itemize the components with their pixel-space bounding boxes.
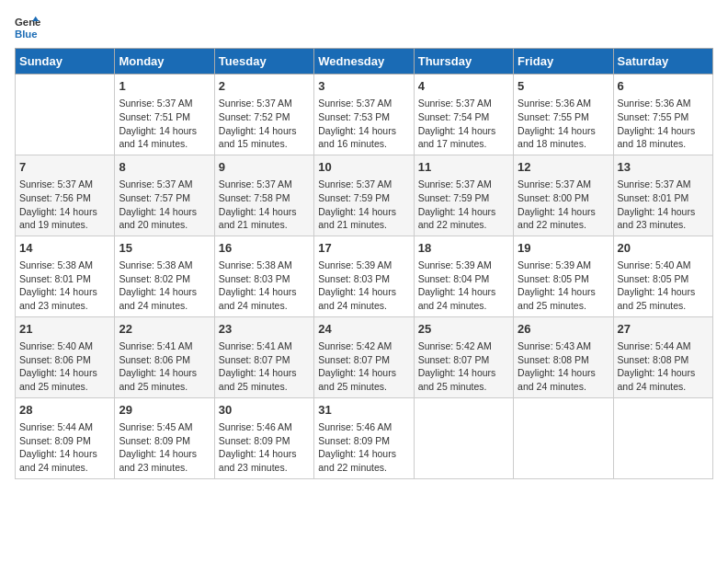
calendar-cell: 26Sunrise: 5:43 AM Sunset: 8:08 PM Dayli… <box>514 316 613 397</box>
day-number: 16 <box>219 240 310 257</box>
calendar-table: SundayMondayTuesdayWednesdayThursdayFrid… <box>15 48 713 479</box>
day-number: 30 <box>219 402 310 419</box>
day-number: 4 <box>418 78 509 95</box>
calendar-week-row: 14Sunrise: 5:38 AM Sunset: 8:01 PM Dayli… <box>16 236 713 316</box>
day-number: 9 <box>219 159 310 176</box>
day-number: 15 <box>119 240 210 257</box>
cell-content: Sunrise: 5:37 AM Sunset: 7:58 PM Dayligh… <box>219 178 310 232</box>
calendar-week-row: 21Sunrise: 5:40 AM Sunset: 8:06 PM Dayli… <box>16 316 713 397</box>
calendar-week-row: 1Sunrise: 5:37 AM Sunset: 7:51 PM Daylig… <box>16 75 713 155</box>
header: General Blue <box>15 15 713 40</box>
calendar-cell: 2Sunrise: 5:37 AM Sunset: 7:52 PM Daylig… <box>214 75 313 155</box>
calendar-cell: 21Sunrise: 5:40 AM Sunset: 8:06 PM Dayli… <box>16 316 115 397</box>
calendar-header-row: SundayMondayTuesdayWednesdayThursdayFrid… <box>16 49 713 75</box>
calendar-cell: 25Sunrise: 5:42 AM Sunset: 8:07 PM Dayli… <box>414 316 513 397</box>
calendar-cell <box>613 397 712 478</box>
calendar-cell: 12Sunrise: 5:37 AM Sunset: 8:00 PM Dayli… <box>514 155 613 236</box>
svg-text:Blue: Blue <box>15 29 38 40</box>
calendar-cell <box>514 397 613 478</box>
calendar-cell: 11Sunrise: 5:37 AM Sunset: 7:59 PM Dayli… <box>414 155 513 236</box>
cell-content: Sunrise: 5:37 AM Sunset: 8:01 PM Dayligh… <box>618 178 709 232</box>
cell-content: Sunrise: 5:40 AM Sunset: 8:05 PM Dayligh… <box>618 259 709 313</box>
cell-content: Sunrise: 5:37 AM Sunset: 7:59 PM Dayligh… <box>318 178 409 232</box>
day-header-tuesday: Tuesday <box>214 49 313 75</box>
calendar-cell: 16Sunrise: 5:38 AM Sunset: 8:03 PM Dayli… <box>214 236 313 316</box>
day-number: 8 <box>119 159 210 176</box>
day-number: 21 <box>19 321 110 338</box>
calendar-cell: 10Sunrise: 5:37 AM Sunset: 7:59 PM Dayli… <box>314 155 414 236</box>
calendar-cell: 27Sunrise: 5:44 AM Sunset: 8:08 PM Dayli… <box>613 316 712 397</box>
calendar-cell: 22Sunrise: 5:41 AM Sunset: 8:06 PM Dayli… <box>115 316 214 397</box>
day-number: 23 <box>219 321 310 338</box>
day-number: 22 <box>119 321 210 338</box>
cell-content: Sunrise: 5:44 AM Sunset: 8:08 PM Dayligh… <box>618 339 709 394</box>
calendar-cell: 28Sunrise: 5:44 AM Sunset: 8:09 PM Dayli… <box>16 397 115 478</box>
calendar-cell: 9Sunrise: 5:37 AM Sunset: 7:58 PM Daylig… <box>214 155 313 236</box>
cell-content: Sunrise: 5:39 AM Sunset: 8:03 PM Dayligh… <box>318 259 409 313</box>
day-number: 14 <box>19 240 110 257</box>
calendar-cell: 6Sunrise: 5:36 AM Sunset: 7:55 PM Daylig… <box>613 75 712 155</box>
calendar-cell: 17Sunrise: 5:39 AM Sunset: 8:03 PM Dayli… <box>314 236 414 316</box>
cell-content: Sunrise: 5:37 AM Sunset: 8:00 PM Dayligh… <box>518 178 609 232</box>
day-number: 26 <box>518 321 609 338</box>
logo-icon: General Blue <box>15 15 40 40</box>
day-number: 13 <box>618 159 709 176</box>
cell-content: Sunrise: 5:39 AM Sunset: 8:04 PM Dayligh… <box>418 259 509 313</box>
day-number: 19 <box>518 240 609 257</box>
day-number: 3 <box>318 78 409 95</box>
day-header-monday: Monday <box>115 49 214 75</box>
cell-content: Sunrise: 5:42 AM Sunset: 8:07 PM Dayligh… <box>418 339 509 394</box>
day-number: 6 <box>618 78 709 95</box>
cell-content: Sunrise: 5:44 AM Sunset: 8:09 PM Dayligh… <box>19 420 110 475</box>
cell-content: Sunrise: 5:41 AM Sunset: 8:07 PM Dayligh… <box>219 339 310 394</box>
calendar-cell: 20Sunrise: 5:40 AM Sunset: 8:05 PM Dayli… <box>613 236 712 316</box>
cell-content: Sunrise: 5:42 AM Sunset: 8:07 PM Dayligh… <box>318 339 409 394</box>
day-number: 1 <box>119 78 210 95</box>
calendar-cell: 13Sunrise: 5:37 AM Sunset: 8:01 PM Dayli… <box>613 155 712 236</box>
calendar-cell: 18Sunrise: 5:39 AM Sunset: 8:04 PM Dayli… <box>414 236 513 316</box>
day-number: 2 <box>219 78 310 95</box>
cell-content: Sunrise: 5:37 AM Sunset: 7:51 PM Dayligh… <box>119 97 210 151</box>
calendar-cell: 31Sunrise: 5:46 AM Sunset: 8:09 PM Dayli… <box>314 397 414 478</box>
day-number: 17 <box>318 240 409 257</box>
day-header-thursday: Thursday <box>414 49 513 75</box>
day-number: 12 <box>518 159 609 176</box>
calendar-cell <box>414 397 513 478</box>
cell-content: Sunrise: 5:37 AM Sunset: 7:56 PM Dayligh… <box>19 178 110 232</box>
calendar-body: 1Sunrise: 5:37 AM Sunset: 7:51 PM Daylig… <box>16 75 713 479</box>
calendar-cell: 19Sunrise: 5:39 AM Sunset: 8:05 PM Dayli… <box>514 236 613 316</box>
day-number: 7 <box>19 159 110 176</box>
calendar-cell: 24Sunrise: 5:42 AM Sunset: 8:07 PM Dayli… <box>314 316 414 397</box>
cell-content: Sunrise: 5:43 AM Sunset: 8:08 PM Dayligh… <box>518 339 609 394</box>
cell-content: Sunrise: 5:39 AM Sunset: 8:05 PM Dayligh… <box>518 259 609 313</box>
calendar-cell: 7Sunrise: 5:37 AM Sunset: 7:56 PM Daylig… <box>16 155 115 236</box>
cell-content: Sunrise: 5:36 AM Sunset: 7:55 PM Dayligh… <box>518 97 609 151</box>
calendar-week-row: 28Sunrise: 5:44 AM Sunset: 8:09 PM Dayli… <box>16 397 713 478</box>
calendar-cell: 8Sunrise: 5:37 AM Sunset: 7:57 PM Daylig… <box>115 155 214 236</box>
day-header-saturday: Saturday <box>613 49 712 75</box>
day-number: 28 <box>19 402 110 419</box>
cell-content: Sunrise: 5:38 AM Sunset: 8:03 PM Dayligh… <box>219 259 310 313</box>
day-header-friday: Friday <box>514 49 613 75</box>
day-number: 5 <box>518 78 609 95</box>
day-number: 27 <box>618 321 709 338</box>
cell-content: Sunrise: 5:41 AM Sunset: 8:06 PM Dayligh… <box>119 339 210 394</box>
day-number: 31 <box>318 402 409 419</box>
calendar-cell: 1Sunrise: 5:37 AM Sunset: 7:51 PM Daylig… <box>115 75 214 155</box>
cell-content: Sunrise: 5:37 AM Sunset: 7:53 PM Dayligh… <box>318 97 409 151</box>
calendar-cell: 15Sunrise: 5:38 AM Sunset: 8:02 PM Dayli… <box>115 236 214 316</box>
day-number: 25 <box>418 321 509 338</box>
day-number: 24 <box>318 321 409 338</box>
calendar-week-row: 7Sunrise: 5:37 AM Sunset: 7:56 PM Daylig… <box>16 155 713 236</box>
cell-content: Sunrise: 5:38 AM Sunset: 8:02 PM Dayligh… <box>119 259 210 313</box>
calendar-cell: 3Sunrise: 5:37 AM Sunset: 7:53 PM Daylig… <box>314 75 414 155</box>
day-header-sunday: Sunday <box>16 49 115 75</box>
cell-content: Sunrise: 5:37 AM Sunset: 7:57 PM Dayligh… <box>119 178 210 232</box>
cell-content: Sunrise: 5:40 AM Sunset: 8:06 PM Dayligh… <box>19 339 110 394</box>
cell-content: Sunrise: 5:36 AM Sunset: 7:55 PM Dayligh… <box>618 97 709 151</box>
cell-content: Sunrise: 5:37 AM Sunset: 7:52 PM Dayligh… <box>219 97 310 151</box>
calendar-cell: 5Sunrise: 5:36 AM Sunset: 7:55 PM Daylig… <box>514 75 613 155</box>
cell-content: Sunrise: 5:37 AM Sunset: 7:59 PM Dayligh… <box>418 178 509 232</box>
day-number: 20 <box>618 240 709 257</box>
cell-content: Sunrise: 5:46 AM Sunset: 8:09 PM Dayligh… <box>318 420 409 475</box>
